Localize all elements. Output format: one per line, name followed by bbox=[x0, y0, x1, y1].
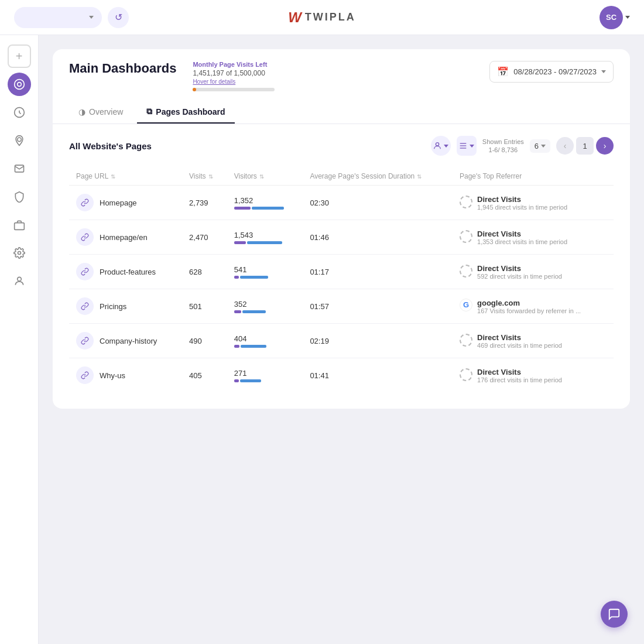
tab-pages-dashboard[interactable]: ⧉ Pages Dashboard bbox=[137, 101, 234, 124]
columns-chevron bbox=[470, 145, 474, 148]
cell-page-url: Product-features bbox=[69, 255, 182, 289]
svg-point-0 bbox=[14, 80, 24, 90]
sort-icon-visitors: ⇅ bbox=[259, 173, 264, 180]
sidebar-item-dashboard[interactable] bbox=[8, 73, 31, 96]
visitors-bar bbox=[234, 241, 296, 244]
refresh-button[interactable]: ↺ bbox=[108, 7, 129, 28]
cell-referrer: Direct Visits 1,353 direct visits in tim… bbox=[453, 220, 614, 255]
referrer-detail: 167 Visits forwarded by referrer in ... bbox=[477, 307, 581, 314]
cell-page-url: Homepage bbox=[69, 186, 182, 220]
fab-button[interactable] bbox=[601, 601, 628, 628]
cell-duration: 01:46 bbox=[303, 220, 453, 255]
next-page-button[interactable]: › bbox=[596, 137, 614, 155]
sidebar-item-shield[interactable] bbox=[8, 185, 31, 208]
visitors-num: 404 bbox=[234, 334, 296, 343]
cell-visits: 501 bbox=[182, 289, 227, 324]
referrer-name: Direct Visits bbox=[477, 368, 562, 376]
nav-right: SC bbox=[600, 6, 630, 29]
table-row[interactable]: Company-history 490 404 02:19 Direct Vis… bbox=[69, 324, 614, 358]
col-referrer: Page's Top Referrer bbox=[453, 167, 614, 186]
visitors-bar bbox=[234, 276, 296, 279]
sidebar-item-analytics[interactable] bbox=[8, 101, 31, 124]
cell-duration: 02:30 bbox=[303, 186, 453, 220]
cell-page-url: Pricings bbox=[69, 289, 182, 324]
site-selector[interactable] bbox=[14, 7, 102, 28]
cell-page-url: Homepage/en bbox=[69, 220, 182, 255]
page-link-icon bbox=[76, 263, 94, 280]
cell-referrer: Direct Visits 469 direct visits in time … bbox=[453, 324, 614, 358]
page-name: Why-us bbox=[100, 371, 125, 380]
col-duration: Average Page's Session Duration ⇅ bbox=[303, 167, 453, 186]
table-section: All Website's Pages Shown Entries 1-6/ 8… bbox=[53, 124, 630, 409]
prev-page-button[interactable]: ‹ bbox=[556, 137, 574, 155]
sidebar-item-settings[interactable] bbox=[8, 241, 31, 265]
date-range-button[interactable]: 📅 08/28/2023 - 09/27/2023 bbox=[489, 61, 614, 83]
monthly-label: Monthly Page Visits Left bbox=[193, 61, 275, 68]
cell-duration: 01:57 bbox=[303, 289, 453, 324]
visitors-num: 1,352 bbox=[234, 196, 296, 205]
avatar-wrapper[interactable]: SC bbox=[600, 6, 630, 29]
visitors-num: 541 bbox=[234, 265, 296, 274]
referrer-name: Direct Visits bbox=[477, 229, 567, 238]
referrer-detail: 1,353 direct visits in time period bbox=[477, 238, 567, 245]
per-page-chevron bbox=[541, 145, 546, 148]
toolbar-right: Shown Entries 1-6/ 8,736 6 ‹ 1 › bbox=[431, 136, 614, 156]
referrer-name: Direct Visits bbox=[477, 264, 562, 273]
main-layout: + Main Dashboards bbox=[0, 35, 644, 644]
sidebar-item-person[interactable] bbox=[8, 269, 31, 293]
pagination: ‹ 1 › bbox=[556, 137, 614, 155]
entries-info: Shown Entries 1-6/ 8,736 bbox=[482, 138, 524, 155]
avatar-chevron-icon bbox=[625, 16, 630, 19]
table-row[interactable]: Pricings 501 352 01:57 G google.com 167 … bbox=[69, 289, 614, 324]
referrer-name: Direct Visits bbox=[477, 333, 562, 342]
visitors-num: 1,543 bbox=[234, 231, 296, 239]
col-page-url: Page URL ⇅ bbox=[69, 167, 182, 186]
svg-point-8 bbox=[436, 143, 439, 146]
monthly-bar-wrap bbox=[193, 88, 275, 91]
per-page-select[interactable]: 6 bbox=[530, 139, 550, 153]
dashed-circle-icon bbox=[460, 196, 472, 208]
hover-details-link[interactable]: Hover for details bbox=[193, 78, 275, 85]
user-filter-chevron bbox=[444, 145, 448, 148]
sidebar-item-add[interactable]: + bbox=[8, 44, 31, 68]
cell-visits: 628 bbox=[182, 255, 227, 289]
cell-visitors: 271 bbox=[227, 358, 303, 393]
content-area: Main Dashboards Monthly Page Visits Left… bbox=[39, 35, 644, 644]
columns-filter-button[interactable] bbox=[457, 136, 477, 156]
sidebar-item-location[interactable] bbox=[8, 129, 31, 152]
cell-visitors: 541 bbox=[227, 255, 303, 289]
page-header: Main Dashboards Monthly Page Visits Left… bbox=[53, 49, 630, 124]
svg-point-6 bbox=[18, 252, 20, 255]
page-name: Company-history bbox=[100, 337, 157, 345]
sidebar-item-briefcase[interactable] bbox=[8, 213, 31, 237]
page-link-icon bbox=[76, 194, 94, 211]
cell-duration: 01:17 bbox=[303, 255, 453, 289]
cell-visitors: 1,352 bbox=[227, 186, 303, 220]
monthly-info: Monthly Page Visits Left 1,451,197 of 1,… bbox=[193, 61, 275, 91]
cell-visitors: 1,543 bbox=[227, 220, 303, 255]
referrer-detail: 176 direct visits in time period bbox=[477, 376, 562, 383]
date-range-text: 08/28/2023 - 09/27/2023 bbox=[513, 67, 597, 76]
visitors-bar bbox=[234, 207, 296, 210]
sidebar: + bbox=[0, 35, 39, 644]
monthly-bar-fill bbox=[193, 88, 196, 91]
entries-range: 1-6/ 8,736 bbox=[482, 146, 524, 154]
cell-visits: 2,470 bbox=[182, 220, 227, 255]
page-name: Pricings bbox=[100, 302, 126, 311]
table-row[interactable]: Homepage/en 2,470 1,543 01:46 Direct Vis… bbox=[69, 220, 614, 255]
avatar[interactable]: SC bbox=[600, 6, 623, 29]
table-row[interactable]: Homepage 2,739 1,352 02:30 Direct Visits… bbox=[69, 186, 614, 220]
tab-overview[interactable]: ◑ Overview bbox=[69, 101, 132, 124]
bar-blue bbox=[240, 276, 268, 279]
cell-referrer: Direct Visits 1,945 direct visits in tim… bbox=[453, 186, 614, 220]
tab-overview-label: Overview bbox=[89, 107, 123, 117]
bar-blue bbox=[240, 379, 261, 382]
user-filter-button[interactable] bbox=[431, 136, 451, 156]
table-row[interactable]: Why-us 405 271 01:41 Direct Visits 176 d… bbox=[69, 358, 614, 393]
tabs: ◑ Overview ⧉ Pages Dashboard bbox=[69, 101, 614, 124]
table-row[interactable]: Product-features 628 541 01:17 Direct Vi… bbox=[69, 255, 614, 289]
cell-visits: 2,739 bbox=[182, 186, 227, 220]
svg-point-7 bbox=[17, 277, 21, 281]
sidebar-item-messages[interactable] bbox=[8, 157, 31, 180]
per-page-value: 6 bbox=[535, 142, 539, 150]
